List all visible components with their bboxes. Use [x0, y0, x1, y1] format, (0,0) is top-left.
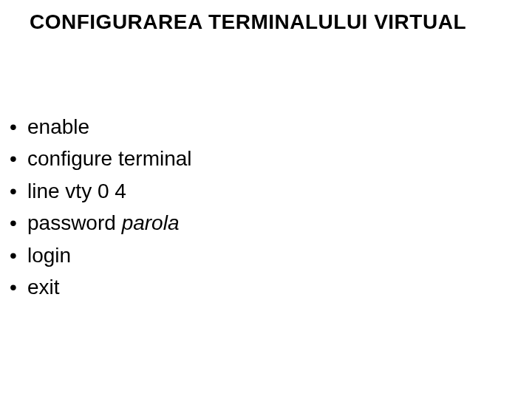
- list-item-text: enable: [27, 111, 89, 143]
- bullet-icon: •: [10, 175, 27, 207]
- command-list: • enable • configure terminal • line vty…: [10, 111, 192, 303]
- list-item: • configure terminal: [10, 143, 192, 174]
- list-item-text: password parola: [27, 207, 179, 239]
- slide-title: CONFIGURAREA TERMINALULUI VIRTUAL: [30, 10, 466, 34]
- list-item-text: line vty 0 4: [27, 175, 126, 207]
- list-item: • exit: [10, 271, 192, 303]
- bullet-icon: •: [10, 207, 27, 239]
- bullet-icon: •: [10, 143, 27, 174]
- list-item: • password parola: [10, 207, 192, 239]
- bullet-icon: •: [10, 239, 27, 271]
- list-item: • enable: [10, 111, 192, 143]
- list-item: • line vty 0 4: [10, 175, 192, 207]
- list-item-text: login: [27, 239, 71, 271]
- bullet-icon: •: [10, 111, 27, 143]
- list-item-text: configure terminal: [27, 143, 192, 174]
- list-item-text: exit: [27, 271, 60, 303]
- list-item: • login: [10, 239, 192, 271]
- bullet-icon: •: [10, 271, 27, 303]
